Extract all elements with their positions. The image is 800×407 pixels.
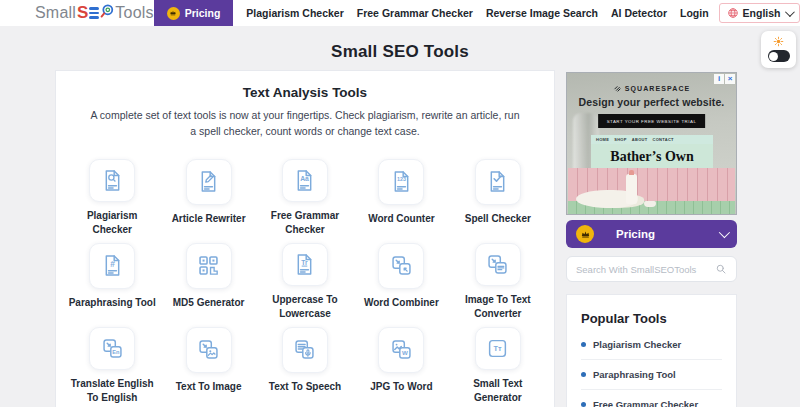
tool-tile[interactable]: Plagiarism Checker bbox=[64, 154, 160, 238]
tool-label: Article Rewriter bbox=[172, 212, 246, 227]
tool-tile[interactable]: Word Combiner bbox=[353, 238, 449, 322]
tool-label: Small Text Generator bbox=[452, 377, 544, 406]
section-description: A complete set of text tools is now at y… bbox=[87, 107, 523, 140]
doc-pencil-icon bbox=[186, 159, 232, 205]
tool-tile[interactable]: Tr Uppercase To Lowercase bbox=[257, 238, 353, 322]
doc-check-icon bbox=[475, 159, 521, 205]
popular-tool-item[interactable]: Paraphrasing Tool bbox=[581, 360, 722, 390]
dark-mode-switch[interactable] bbox=[768, 50, 790, 62]
squares-image-icon bbox=[186, 327, 232, 373]
ad-mini-title: Bather’s Own bbox=[591, 144, 713, 169]
nav-item[interactable]: Login bbox=[680, 7, 709, 19]
tool-label: Translate English To English bbox=[66, 377, 158, 406]
doc-search-icon bbox=[89, 159, 135, 202]
doc-123-icon: 123 bbox=[378, 159, 424, 205]
popular-tool-label: Paraphrasing Tool bbox=[593, 369, 676, 380]
chevron-down-icon bbox=[719, 227, 730, 238]
doc-hash-icon: # bbox=[89, 243, 135, 289]
site-logo[interactable]: SmallS Tools bbox=[35, 3, 154, 23]
tool-tile[interactable]: Aa Free Grammar Checker bbox=[257, 154, 353, 238]
tool-tile[interactable]: # Paraphrasing Tool bbox=[64, 238, 160, 322]
tool-label: Spell Checker bbox=[465, 212, 531, 227]
section-title: Text Analysis Tools bbox=[56, 85, 554, 100]
globe-icon bbox=[727, 7, 739, 19]
header: SmallS Tools Pricing Plagiarism Checker … bbox=[0, 0, 800, 26]
nav-item[interactable]: Reverse Image Search bbox=[486, 7, 598, 19]
search-input[interactable] bbox=[576, 264, 715, 275]
svg-text:En: En bbox=[112, 349, 120, 355]
tool-label: Text To Speech bbox=[269, 380, 341, 395]
squares-en-icon: En bbox=[89, 327, 135, 370]
pricing-button-label: Pricing bbox=[185, 7, 221, 19]
tool-tile[interactable]: Tт Small Text Generator bbox=[450, 322, 546, 406]
tool-label: Word Counter bbox=[368, 212, 434, 227]
language-selector[interactable]: English bbox=[719, 3, 800, 23]
sidebar-pricing-label: Pricing bbox=[616, 228, 655, 240]
theme-toggle[interactable] bbox=[761, 31, 796, 68]
ad-mini-nav-item: SHOP bbox=[614, 137, 627, 142]
svg-text:Aa: Aa bbox=[301, 174, 310, 181]
tool-tile[interactable]: Text To Image bbox=[160, 322, 256, 406]
magnifier-icon bbox=[99, 3, 115, 23]
ad-mini-nav-item: ABOUT bbox=[632, 137, 648, 142]
ad-controls: i × bbox=[714, 74, 735, 84]
tool-tile[interactable]: 123 Word Counter bbox=[353, 154, 449, 238]
ad-mini-site: HOME SHOP ABOUT CONTACT Bather’s Own bbox=[591, 135, 713, 169]
tool-tile[interactable]: Spell Checker bbox=[450, 154, 546, 238]
logo-e-bars-icon bbox=[89, 7, 99, 19]
tools-grid: Plagiarism Checker Article Rewriter Aa F… bbox=[56, 154, 554, 407]
ad-banner[interactable]: i × SQUARESPACE Design your perfect webs… bbox=[566, 72, 737, 215]
nav-item[interactable]: AI Detector bbox=[611, 7, 667, 19]
sidebar-pricing-button[interactable]: Pricing bbox=[566, 220, 737, 248]
tool-label: Uppercase To Lowercase bbox=[259, 293, 351, 322]
ad-mini-nav-item: HOME bbox=[596, 137, 609, 142]
tool-tile[interactable]: MD5 Generator bbox=[160, 238, 256, 322]
main-nav: Plagiarism Checker Free Grammar Checker … bbox=[246, 7, 708, 19]
bullet-icon bbox=[581, 342, 586, 347]
ad-mini-nav-item: CONTACT bbox=[652, 137, 673, 142]
ad-info-icon[interactable]: i bbox=[714, 74, 724, 84]
tool-tile[interactable]: W JPG To Word bbox=[353, 322, 449, 406]
popular-tool-item[interactable]: Free Grammar Checker bbox=[581, 390, 722, 407]
tool-label: Text To Image bbox=[176, 380, 242, 395]
logo-text-small: Small bbox=[35, 4, 76, 22]
svg-text:Tr: Tr bbox=[302, 258, 309, 265]
svg-text:Tт: Tт bbox=[494, 344, 502, 353]
tools-card: Text Analysis Tools A complete set of te… bbox=[55, 70, 555, 407]
tool-label: JPG To Word bbox=[370, 380, 432, 395]
page-title: Small SEO Tools bbox=[0, 42, 800, 62]
squares-w-icon: W bbox=[378, 327, 424, 373]
tool-label: Free Grammar Checker bbox=[259, 209, 351, 238]
doc-tr-icon: Tr bbox=[282, 243, 328, 286]
ad-close-icon[interactable]: × bbox=[725, 74, 735, 84]
popular-tool-label: Free Grammar Checker bbox=[593, 399, 698, 407]
bullet-icon bbox=[581, 402, 586, 407]
popular-tool-item[interactable]: Plagiarism Checker bbox=[581, 330, 722, 360]
bullet-icon bbox=[581, 372, 586, 377]
language-label: English bbox=[743, 7, 781, 19]
qr-grid-icon bbox=[186, 243, 232, 289]
pricing-button[interactable]: Pricing bbox=[154, 0, 234, 26]
tool-tile[interactable]: Text To Speech bbox=[257, 322, 353, 406]
sidebar-search bbox=[566, 256, 737, 282]
ad-cta-button[interactable]: START YOUR FREE WEBSITE TRIAL bbox=[598, 114, 706, 128]
nav-item[interactable]: Free Grammar Checker bbox=[357, 7, 473, 19]
crown-icon bbox=[576, 225, 594, 243]
ad-brand: SQUARESPACE bbox=[567, 84, 736, 93]
tool-tile[interactable]: En Translate English To English bbox=[64, 322, 160, 406]
nav-item[interactable]: Plagiarism Checker bbox=[246, 7, 343, 19]
squarespace-logo-icon bbox=[613, 84, 622, 93]
square-tt-icon: Tт bbox=[475, 327, 521, 370]
svg-text:#: # bbox=[110, 259, 115, 269]
logo-text-s: S bbox=[77, 3, 88, 23]
crown-icon bbox=[167, 7, 180, 20]
tool-label: Image To Text Converter bbox=[452, 293, 544, 322]
sun-icon bbox=[773, 36, 784, 47]
search-icon[interactable] bbox=[715, 263, 727, 275]
tool-tile[interactable]: Article Rewriter bbox=[160, 154, 256, 238]
squares-text-icon bbox=[475, 243, 521, 286]
tool-label: MD5 Generator bbox=[173, 296, 245, 311]
logo-text-tools: Tools bbox=[115, 4, 153, 22]
tool-tile[interactable]: Image To Text Converter bbox=[450, 238, 546, 322]
ad-photo bbox=[568, 168, 735, 214]
